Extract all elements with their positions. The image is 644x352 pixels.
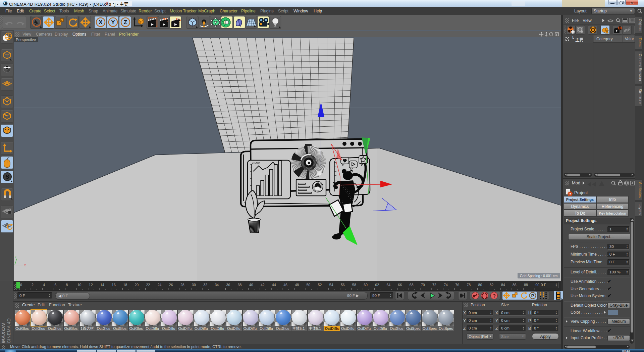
svg-text:P: P (531, 293, 534, 298)
svg-text:Y: Y (111, 19, 115, 26)
svg-text:x: x (24, 263, 26, 267)
svg-text:z: z (15, 255, 16, 259)
svg-text:Grid Spacing : 0.001 cm: Grid Spacing : 0.001 cm (520, 274, 558, 278)
svg-text:S: S (6, 174, 9, 180)
svg-text:?: ? (493, 293, 496, 299)
svg-text:Z: Z (124, 19, 127, 26)
svg-text:X: X (99, 19, 103, 26)
